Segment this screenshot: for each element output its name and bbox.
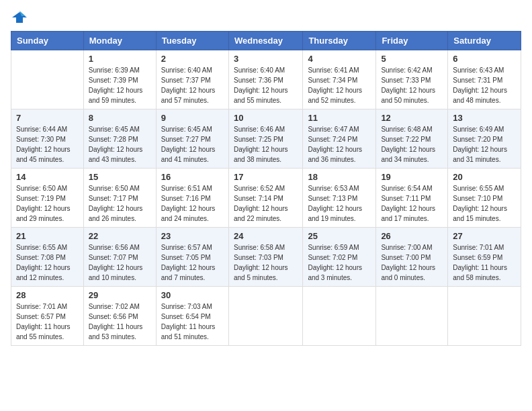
logo-bird-icon [12,11,27,23]
day-detail: Sunrise: 6:40 AMSunset: 7:37 PMDaylight:… [161,65,224,105]
day-number: 25 [308,231,371,241]
page-header [11,11,521,23]
calendar-cell: 22Sunrise: 6:56 AMSunset: 7:07 PMDayligh… [83,228,156,287]
week-row-4: 21Sunrise: 6:55 AMSunset: 7:08 PMDayligh… [11,228,521,287]
day-header-sunday: Sunday [11,32,84,50]
day-detail: Sunrise: 6:40 AMSunset: 7:36 PMDaylight:… [234,65,298,105]
day-number: 21 [16,231,79,241]
calendar-cell: 14Sunrise: 6:50 AMSunset: 7:19 PMDayligh… [11,169,84,228]
day-detail: Sunrise: 7:00 AMSunset: 7:00 PMDaylight:… [381,242,443,283]
calendar-cell: 15Sunrise: 6:50 AMSunset: 7:17 PMDayligh… [83,169,156,228]
day-number: 24 [234,231,298,241]
calendar-cell: 3Sunrise: 6:40 AMSunset: 7:36 PMDaylight… [228,50,302,109]
day-number: 18 [308,172,371,182]
day-detail: Sunrise: 6:47 AMSunset: 7:24 PMDaylight:… [308,124,371,165]
calendar-cell: 17Sunrise: 6:52 AMSunset: 7:14 PMDayligh… [228,169,302,228]
day-detail: Sunrise: 6:44 AMSunset: 7:30 PMDaylight:… [16,124,79,165]
calendar-cell: 2Sunrise: 6:40 AMSunset: 7:37 PMDaylight… [156,50,228,109]
svg-marker-0 [12,12,27,23]
day-header-friday: Friday [376,32,448,50]
day-number: 14 [16,172,79,182]
calendar-cell: 9Sunrise: 6:45 AMSunset: 7:27 PMDaylight… [156,109,228,169]
day-detail: Sunrise: 6:52 AMSunset: 7:14 PMDaylight:… [234,183,298,224]
calendar-cell: 16Sunrise: 6:51 AMSunset: 7:16 PMDayligh… [156,169,228,228]
day-detail: Sunrise: 7:01 AMSunset: 6:57 PMDaylight:… [16,302,79,342]
day-number: 15 [89,172,151,182]
day-detail: Sunrise: 6:41 AMSunset: 7:34 PMDaylight:… [308,65,371,105]
day-detail: Sunrise: 6:57 AMSunset: 7:05 PMDaylight:… [161,242,224,283]
day-header-monday: Monday [83,32,156,50]
day-number: 3 [234,54,298,64]
day-detail: Sunrise: 6:50 AMSunset: 7:19 PMDaylight:… [16,183,79,224]
calendar-cell: 27Sunrise: 7:01 AMSunset: 6:59 PMDayligh… [448,228,521,287]
calendar-cell: 24Sunrise: 6:58 AMSunset: 7:03 PMDayligh… [228,228,302,287]
day-detail: Sunrise: 7:03 AMSunset: 6:54 PMDaylight:… [161,302,224,342]
day-detail: Sunrise: 6:53 AMSunset: 7:13 PMDaylight:… [308,183,371,224]
day-number: 23 [161,231,224,241]
calendar-cell: 6Sunrise: 6:43 AMSunset: 7:31 PMDaylight… [448,50,521,109]
day-number: 26 [381,231,443,241]
calendar-cell: 13Sunrise: 6:49 AMSunset: 7:20 PMDayligh… [448,109,521,169]
calendar-cell [228,287,302,346]
day-number: 30 [161,290,224,300]
day-detail: Sunrise: 6:55 AMSunset: 7:10 PMDaylight:… [453,183,516,224]
day-detail: Sunrise: 6:43 AMSunset: 7:31 PMDaylight:… [453,65,516,105]
calendar-cell: 30Sunrise: 7:03 AMSunset: 6:54 PMDayligh… [156,287,228,346]
day-detail: Sunrise: 6:39 AMSunset: 7:39 PMDaylight:… [89,65,151,105]
calendar-cell: 18Sunrise: 6:53 AMSunset: 7:13 PMDayligh… [303,169,376,228]
day-number: 5 [381,54,443,64]
day-number: 28 [16,290,79,300]
week-row-5: 28Sunrise: 7:01 AMSunset: 6:57 PMDayligh… [11,287,521,346]
day-number: 9 [161,113,224,123]
day-number: 13 [453,113,516,123]
day-detail: Sunrise: 6:46 AMSunset: 7:25 PMDaylight:… [234,124,298,165]
day-detail: Sunrise: 6:58 AMSunset: 7:03 PMDaylight:… [234,242,298,283]
logo [11,11,28,23]
calendar-cell [11,50,84,109]
calendar-cell: 4Sunrise: 6:41 AMSunset: 7:34 PMDaylight… [303,50,376,109]
day-number: 19 [381,172,443,182]
day-number: 12 [381,113,443,123]
calendar-table: SundayMondayTuesdayWednesdayThursdayFrid… [11,31,521,346]
day-detail: Sunrise: 7:02 AMSunset: 6:56 PMDaylight:… [89,302,151,342]
week-row-1: 1Sunrise: 6:39 AMSunset: 7:39 PMDaylight… [11,50,521,109]
day-number: 7 [16,113,79,123]
calendar-cell: 11Sunrise: 6:47 AMSunset: 7:24 PMDayligh… [303,109,376,169]
day-detail: Sunrise: 6:45 AMSunset: 7:27 PMDaylight:… [161,124,224,165]
calendar-cell: 1Sunrise: 6:39 AMSunset: 7:39 PMDaylight… [83,50,156,109]
calendar-cell: 12Sunrise: 6:48 AMSunset: 7:22 PMDayligh… [376,109,448,169]
calendar-cell: 23Sunrise: 6:57 AMSunset: 7:05 PMDayligh… [156,228,228,287]
day-detail: Sunrise: 6:54 AMSunset: 7:11 PMDaylight:… [381,183,443,224]
day-detail: Sunrise: 6:45 AMSunset: 7:28 PMDaylight:… [89,124,151,165]
day-number: 29 [89,290,151,300]
calendar-cell: 19Sunrise: 6:54 AMSunset: 7:11 PMDayligh… [376,169,448,228]
day-header-tuesday: Tuesday [156,32,228,50]
week-row-3: 14Sunrise: 6:50 AMSunset: 7:19 PMDayligh… [11,169,521,228]
day-detail: Sunrise: 7:01 AMSunset: 6:59 PMDaylight:… [453,242,516,283]
day-number: 16 [161,172,224,182]
day-number: 2 [161,54,224,64]
calendar-header-row: SundayMondayTuesdayWednesdayThursdayFrid… [11,32,521,50]
calendar-cell: 21Sunrise: 6:55 AMSunset: 7:08 PMDayligh… [11,228,84,287]
day-header-saturday: Saturday [448,32,521,50]
calendar-cell: 20Sunrise: 6:55 AMSunset: 7:10 PMDayligh… [448,169,521,228]
day-number: 6 [453,54,516,64]
day-detail: Sunrise: 6:55 AMSunset: 7:08 PMDaylight:… [16,242,79,283]
week-row-2: 7Sunrise: 6:44 AMSunset: 7:30 PMDaylight… [11,109,521,169]
calendar-cell: 26Sunrise: 7:00 AMSunset: 7:00 PMDayligh… [376,228,448,287]
calendar-cell [303,287,376,346]
day-number: 20 [453,172,516,182]
day-header-thursday: Thursday [303,32,376,50]
calendar-cell [448,287,521,346]
day-number: 4 [308,54,371,64]
calendar-cell: 10Sunrise: 6:46 AMSunset: 7:25 PMDayligh… [228,109,302,169]
day-number: 17 [234,172,298,182]
day-detail: Sunrise: 6:56 AMSunset: 7:07 PMDaylight:… [89,242,151,283]
calendar-cell: 28Sunrise: 7:01 AMSunset: 6:57 PMDayligh… [11,287,84,346]
day-number: 10 [234,113,298,123]
day-header-wednesday: Wednesday [228,32,302,50]
day-detail: Sunrise: 6:42 AMSunset: 7:33 PMDaylight:… [381,65,443,105]
calendar-cell: 5Sunrise: 6:42 AMSunset: 7:33 PMDaylight… [376,50,448,109]
day-number: 11 [308,113,371,123]
day-number: 22 [89,231,151,241]
